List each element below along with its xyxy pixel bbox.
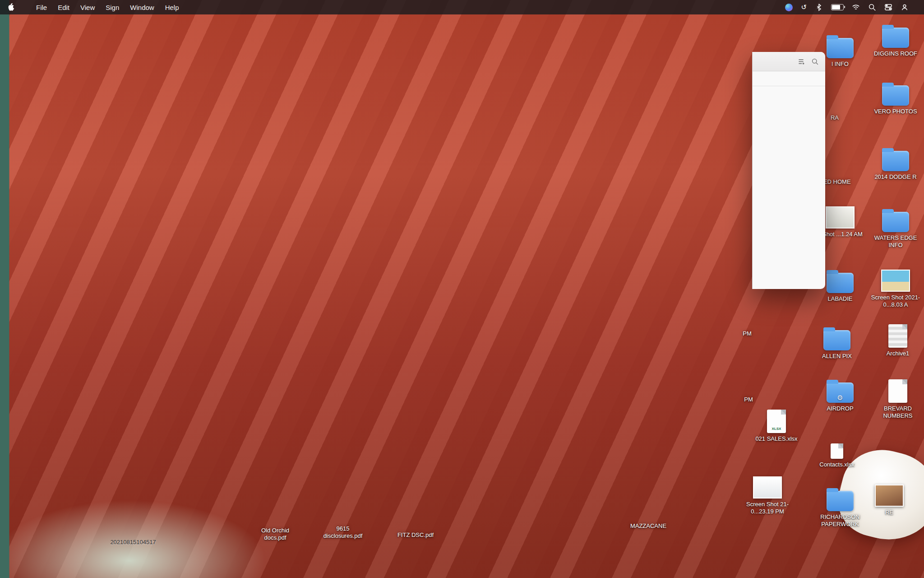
folder-icon <box>882 85 909 106</box>
desktop-icon-label: DIGGINS ROOF <box>874 50 917 57</box>
desktop-icon-20210815104517[interactable]: ⚙ 20210815104517 <box>108 536 158 546</box>
desktop-icon-label: AIRDROP <box>827 405 853 412</box>
desktop-icon-label: Screen Shot 2021-0...8.03 A <box>871 294 920 309</box>
desktop-icon-2021-sales[interactable]: XLSX ⚙ 021 SALES.xlsx <box>752 409 801 443</box>
file-icon <box>831 443 843 459</box>
menu-item[interactable]: View <box>80 4 95 11</box>
desktop-icon-label: Old Orchid docs.pdf <box>250 527 300 542</box>
desktop-icon-art: ⚙ <box>882 208 909 232</box>
finder-search-icon[interactable] <box>811 58 819 65</box>
desktop-icon-art: ⚙ <box>823 326 850 350</box>
desktop-icon-art: ⚙ <box>827 378 854 403</box>
desktop-icon-label: MAZZACANE <box>630 522 666 530</box>
desktop-icon-label: 2014 DODGE R <box>874 173 916 181</box>
group-by-icon[interactable] <box>797 58 805 65</box>
apple-menu-icon[interactable] <box>7 3 14 12</box>
desktop-icon-airdrop[interactable]: ⚙ AIRDROP <box>815 378 865 412</box>
desktop-icon-label: RE <box>885 509 893 516</box>
file-icon <box>888 379 907 403</box>
finder-window[interactable] <box>752 52 825 289</box>
desktop-icon-diggins-roof[interactable]: ⚙ DIGGINS ROOF <box>871 23 920 57</box>
folder-icon <box>882 212 909 232</box>
bluetooth-icon[interactable] <box>815 3 823 11</box>
image-thumbnail <box>875 485 904 507</box>
folder-icon <box>827 491 854 511</box>
menu-item[interactable]: Edit <box>58 4 69 11</box>
finder-toolbar <box>753 52 825 71</box>
desktop-icon-label: PM <box>744 396 753 403</box>
desktop-icon-art: ⚙ <box>827 269 854 293</box>
desktop-icon-art: XLSX ⚙ <box>767 409 786 433</box>
desktop-icon-label: PM <box>743 330 752 337</box>
desktop-icon-9615-disclosures[interactable]: ⚙ 9615 disclosures.pdf <box>318 523 368 540</box>
desktop-icon-screenshot-803a[interactable]: ⚙ Screen Shot 2021-0...8.03 A <box>871 267 920 309</box>
folder-icon <box>827 38 854 58</box>
image-thumbnail <box>826 206 855 228</box>
desktop-icon-art: ⚙ <box>831 434 843 459</box>
desktop-icon-art: ⚙ <box>826 204 855 228</box>
menu-items: FileEditViewSignWindowHelp <box>36 4 179 11</box>
desktop-icon-waters-edge-info[interactable]: ⚙ WATERS EDGE INFO <box>871 208 920 249</box>
desktop-icon-label: 021 SALES.xlsx <box>755 435 797 443</box>
desktop-icon-fitz-dsc[interactable]: ⚙ FITZ DSC.pdf <box>391 529 440 539</box>
desktop-icon-art: ⚙ <box>753 474 782 499</box>
user-switch-icon[interactable] <box>901 3 909 11</box>
folder-icon <box>882 28 909 48</box>
desktop-icon-art: ⚙ <box>882 147 909 171</box>
desktop-icon-label: 20210815104517 <box>110 539 156 546</box>
image-thumbnail <box>753 476 782 499</box>
desktop-icon-screenshot-2319pm[interactable]: ⚙ Screen Shot 21-0...23.19 PM <box>743 474 792 516</box>
desktop-icon-mazzacane[interactable]: ⚙ MAZZACANE <box>624 520 673 530</box>
desktop-icon-brevard-numbers[interactable]: ⚙ BREVARD NUMBERS <box>873 378 923 420</box>
desktop-icon-art: ⚙ <box>827 34 854 58</box>
menu-item[interactable]: Window <box>130 4 154 11</box>
desktop-icon-pm-label-1[interactable]: ⚙ PM <box>722 328 772 337</box>
siri-icon[interactable] <box>785 4 793 11</box>
menu-bar: FileEditViewSignWindowHelp ↺ <box>0 0 924 14</box>
search-icon[interactable] <box>868 3 876 11</box>
time-machine-icon[interactable]: ↺ <box>801 3 807 11</box>
desktop-icon-re-photo[interactable]: ⚙ RE <box>864 482 914 516</box>
desktop-icon-label: Contacts.xlsx <box>819 461 854 468</box>
desktop-icon-label: BREVARD NUMBERS <box>873 405 923 420</box>
desktop-icon-art: ⚙ <box>888 323 907 348</box>
file-icon <box>888 324 907 348</box>
desktop-icon-art: ⚙ <box>827 487 854 511</box>
battery-icon <box>831 4 844 10</box>
desktop-icon-label: Screen Shot 21-0...23.19 PM <box>743 501 792 516</box>
desktop-icon-vero-photos[interactable]: ⚙ VERO PHOTOS <box>871 81 920 115</box>
wifi-icon[interactable] <box>852 3 860 11</box>
desktop-icon-label: VERO PHOTOS <box>874 108 917 115</box>
desktop-icon-allen-pix[interactable]: ⚙ ALLEN PIX <box>812 326 862 360</box>
desktop-icon-art: ⚙ <box>882 23 909 48</box>
desktop-icon-label: RICHARDSON PAPERWORK <box>815 513 865 528</box>
desktop-icon-old-orchid-docs[interactable]: ⚙ Old Orchid docs.pdf <box>250 525 300 542</box>
desktop-icon-richardson-paperwork[interactable]: ⚙ RICHARDSON PAPERWORK <box>815 487 865 528</box>
desktop-icon-art: ⚙ <box>888 378 907 403</box>
desktop-icon-pm-label-2[interactable]: ⚙ PM <box>724 394 773 403</box>
folder-icon <box>882 151 909 171</box>
menu-item[interactable]: Help <box>165 4 179 11</box>
menu-item[interactable]: File <box>36 4 47 11</box>
desktop-icon-label: ALLEN PIX <box>822 353 852 360</box>
desktop-icon-contacts-xlsx[interactable]: ⚙ Contacts.xlsx <box>812 434 862 468</box>
gear-icon: ⚙ <box>837 394 843 402</box>
desktop-icon-label: WATERS EDGE INFO <box>871 234 920 249</box>
image-thumbnail <box>881 270 910 292</box>
desktop-icon-art: ⚙ <box>882 81 909 106</box>
menu-item[interactable]: Sign <box>106 4 119 11</box>
desktop-icon-art: ⚙ <box>875 482 904 507</box>
desktop-icon-2014-dodge[interactable]: ⚙ 2014 DODGE R <box>871 147 920 181</box>
finder-column-header-kind[interactable] <box>753 71 825 86</box>
control-center-icon[interactable] <box>884 3 892 11</box>
desktop-icon-label: FITZ DSC.pdf <box>397 531 434 539</box>
file-icon: XLSX <box>767 410 786 433</box>
desktop-icon-label: LABADIE <box>828 295 853 303</box>
folder-icon <box>827 273 854 293</box>
desktop-icon-label: l INFO <box>832 61 849 68</box>
folder-icon <box>823 330 850 350</box>
desktop-icon-art: ⚙ <box>881 267 910 292</box>
desktop-icon-archive1[interactable]: ⚙ Archive1 <box>873 323 923 357</box>
desktop-icon-label: 9615 disclosures.pdf <box>318 525 368 540</box>
desktop-icon-label: Archive1 <box>887 350 910 357</box>
